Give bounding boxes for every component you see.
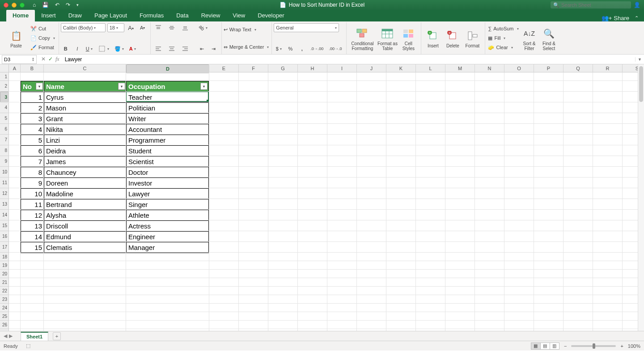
table-row[interactable]: 5LinziProgrammer (21, 135, 209, 146)
font-name-select[interactable]: Calibri (Body)▾ (61, 23, 106, 32)
row-header-11[interactable]: 11 (0, 178, 9, 188)
table-row[interactable]: 7JamesScientist (21, 156, 209, 167)
filter-button-name[interactable]: ▾ (118, 83, 125, 90)
column-header-F[interactable]: F (239, 64, 268, 72)
increase-indent-button[interactable]: ⇥ (209, 44, 219, 53)
align-center-button[interactable] (166, 44, 178, 53)
column-header-C[interactable]: C (44, 64, 126, 72)
cell-styles-button[interactable]: Cell Styles (398, 23, 418, 53)
close-window-button[interactable] (4, 3, 8, 8)
column-header-B[interactable]: B (21, 64, 44, 72)
column-header-J[interactable]: J (357, 64, 386, 72)
column-header-I[interactable]: I (327, 64, 357, 72)
column-header-O[interactable]: O (504, 64, 534, 72)
column-header-A[interactable]: A (9, 64, 21, 72)
row-header-12[interactable]: 12 (0, 188, 9, 199)
row-header-3[interactable]: 3 (0, 92, 9, 102)
table-row[interactable]: 15ClematisManager (21, 242, 209, 253)
align-right-button[interactable] (179, 44, 191, 53)
sheet-tab-sheet1[interactable]: Sheet1 (21, 332, 48, 341)
table-row[interactable]: 9DoreenInvestor (21, 178, 209, 189)
table-row[interactable]: 2MasonPolitician (21, 103, 209, 114)
minimize-window-button[interactable] (12, 3, 17, 8)
row-header-18[interactable]: 18 (0, 253, 9, 261)
column-header-Q[interactable]: Q (564, 64, 593, 72)
table-row[interactable]: 10MadolineLawyer (21, 189, 209, 199)
row-header-22[interactable]: 22 (0, 287, 9, 295)
row-header-4[interactable]: 4 (0, 102, 9, 113)
accounting-format-button[interactable]: $▾ (274, 44, 284, 53)
table-row[interactable]: 12AlyshaAthlete (21, 210, 209, 221)
user-presence-icon[interactable]: 👤 (634, 2, 640, 8)
table-row[interactable]: 13DriscollActress (21, 221, 209, 232)
row-header-8[interactable]: 8 (0, 145, 9, 156)
row-header-5[interactable]: 5 (0, 113, 9, 124)
table-header-occupation[interactable]: Occupation▾ (127, 81, 209, 92)
table-header-no[interactable]: No▾ (21, 81, 44, 92)
filter-button-occupation[interactable]: ▾ (200, 83, 208, 90)
row-header-6[interactable]: 6 (0, 124, 9, 135)
row-header-20[interactable]: 20 (0, 270, 9, 278)
expand-formula-bar-button[interactable]: ▼ (635, 57, 644, 62)
format-painter-button[interactable]: 🖌️Format (30, 43, 56, 52)
wrap-text-button[interactable]: ↩Wrap Text▾ (224, 23, 269, 36)
row-header-10[interactable]: 10 (0, 167, 9, 178)
column-header-H[interactable]: H (298, 64, 327, 72)
scroll-thumb[interactable] (639, 66, 643, 102)
column-header-E[interactable]: E (209, 64, 239, 72)
redo-icon[interactable]: ↷ (66, 2, 70, 8)
tab-developer[interactable]: Developer (251, 10, 290, 21)
column-header-D[interactable]: D (126, 64, 209, 73)
find-select-button[interactable]: 🔍 Find & Select (539, 23, 559, 53)
clear-button[interactable]: 🧽Clear▾ (487, 43, 519, 52)
column-header-P[interactable]: P (534, 64, 564, 72)
cancel-formula-button[interactable]: ✕ (41, 56, 46, 63)
enter-formula-button[interactable]: ✓ (48, 56, 53, 63)
zoom-level[interactable]: 100% (628, 343, 640, 349)
qat-customize-icon[interactable]: ▾ (76, 3, 79, 7)
bold-button[interactable]: B (61, 44, 71, 53)
insert-cells-button[interactable]: + Insert (423, 23, 443, 53)
column-header-K[interactable]: K (386, 64, 416, 72)
table-row[interactable]: 8ChaunceyDoctor (21, 167, 209, 178)
column-header-N[interactable]: N (475, 64, 504, 72)
italic-button[interactable]: I (72, 44, 82, 53)
zoom-out-button[interactable]: − (564, 343, 567, 349)
decrease-decimal-button[interactable]: .00→.0 (327, 44, 343, 53)
normal-view-button[interactable]: ▦ (531, 342, 541, 350)
page-layout-view-button[interactable]: ▤ (540, 342, 550, 350)
row-header-21[interactable]: 21 (0, 278, 9, 287)
column-header-R[interactable]: R (593, 64, 623, 72)
paste-button[interactable]: 📋 Paste (4, 23, 28, 53)
underline-button[interactable]: U▾ (84, 44, 94, 53)
tab-formulas[interactable]: Formulas (133, 10, 170, 21)
table-row[interactable]: 6DeidraStudent (21, 146, 209, 156)
delete-cells-button[interactable]: × Delete (443, 23, 462, 53)
row-header-16[interactable]: 16 (0, 231, 9, 242)
row-header-26[interactable]: 26 (0, 321, 9, 329)
align-middle-button[interactable] (166, 23, 178, 32)
row-header-9[interactable]: 9 (0, 156, 9, 167)
macro-record-icon[interactable]: ⬚ (26, 343, 30, 349)
search-sheet-box[interactable]: 🔍 (551, 1, 631, 8)
tab-review[interactable]: Review (195, 10, 227, 21)
tab-view[interactable]: View (226, 10, 251, 21)
next-sheet-button[interactable]: ▶ (9, 333, 13, 339)
row-header-27[interactable]: 27 (0, 329, 9, 331)
formula-input[interactable] (62, 56, 635, 63)
tab-data[interactable]: Data (170, 10, 195, 21)
copy-button[interactable]: 📄Copy▾ (30, 34, 56, 42)
table-row[interactable]: 3GrantWriter (21, 114, 209, 124)
page-break-view-button[interactable]: ▥ (550, 342, 559, 350)
format-as-table-button[interactable]: Format as Table (376, 23, 398, 53)
add-sheet-button[interactable]: + (53, 332, 61, 340)
column-header-M[interactable]: M (445, 64, 475, 72)
column-header-G[interactable]: G (268, 64, 298, 72)
row-header-13[interactable]: 13 (0, 199, 9, 210)
spreadsheet-grid[interactable]: ABCDEFGHIJKLMNOPQRS 12345678910111213141… (0, 64, 644, 331)
format-cells-button[interactable]: Format (462, 23, 482, 53)
decrease-indent-button[interactable]: ⇤ (197, 44, 207, 53)
table-row[interactable]: 11BertrandSinger (21, 199, 209, 210)
zoom-in-button[interactable]: + (620, 343, 623, 349)
collapse-ribbon-icon[interactable]: ⌃ (635, 15, 639, 21)
